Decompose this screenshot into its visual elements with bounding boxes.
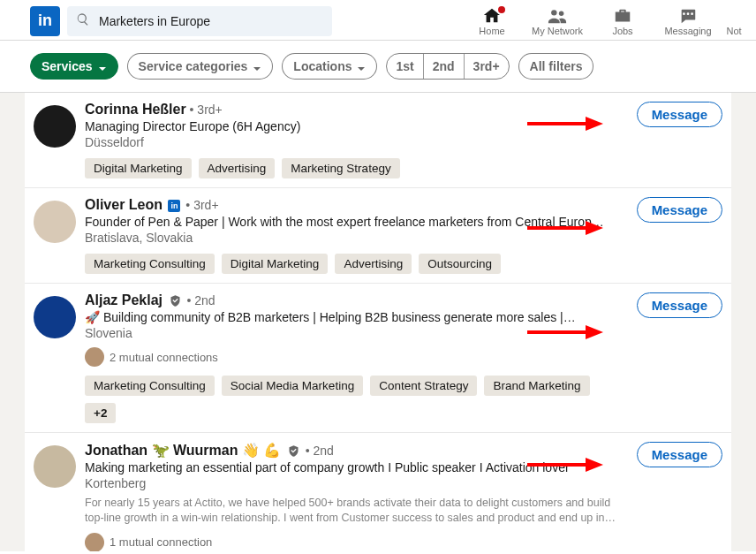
nav-home-label: Home [459, 26, 525, 36]
filter-degree-1st[interactable]: 1st [387, 54, 423, 79]
name-line[interactable]: Oliver Leon in • 3rd+ [85, 197, 625, 213]
service-chip[interactable]: +2 [85, 403, 116, 423]
service-chips: Marketing ConsultingDigital MarketingAdv… [85, 254, 625, 274]
svg-marker-3 [586, 117, 603, 131]
svg-marker-9 [586, 458, 603, 472]
service-chip[interactable]: Marketing Strategy [282, 158, 399, 178]
verified-shield-icon [169, 294, 182, 307]
filter-locations-label: Locations [293, 59, 352, 73]
service-chip[interactable]: Digital Marketing [222, 254, 329, 274]
service-chip[interactable]: Digital Marketing [85, 158, 192, 178]
nav-items: Home My Network Jobs Messaging Not [459, 6, 747, 36]
result-row: Aljaz Peklaj • 2nd🚀 Building community o… [25, 283, 731, 432]
service-chips: Digital MarketingAdvertisingMarketing St… [85, 158, 625, 178]
svg-point-0 [551, 10, 556, 15]
connection-degree: • 3rd+ [186, 102, 223, 117]
nav-network[interactable]: My Network [525, 6, 590, 36]
filter-all-label: All filters [530, 59, 583, 73]
filter-services[interactable]: Services [30, 53, 118, 80]
mutual-connections[interactable]: 2 mutual connections [85, 347, 625, 367]
avatar[interactable] [34, 201, 76, 243]
result-action: Message [625, 442, 722, 551]
message-button[interactable]: Message [637, 197, 722, 223]
filter-degree-3rd[interactable]: 3rd+ [465, 54, 509, 79]
name-emoji: 👋 💪 [238, 443, 285, 458]
chevron-down-icon [253, 62, 261, 71]
service-chips: Marketing ConsultingSocial Media Marketi… [85, 376, 625, 423]
svg-marker-5 [586, 221, 603, 235]
profile-name: Corinna Heßler [85, 102, 186, 117]
nav-messaging[interactable]: Messaging [655, 6, 721, 36]
mutual-avatar [85, 347, 104, 367]
result-row: Corinna Heßler • 3rd+Managing Director E… [25, 93, 731, 187]
profile-location: Kortenberg [85, 476, 625, 490]
mutual-text: 2 mutual connections [110, 351, 218, 364]
connection-degree: • 3rd+ [182, 198, 218, 212]
filter-services-label: Services [42, 59, 93, 73]
briefcase-icon [590, 6, 655, 26]
filter-locations[interactable]: Locations [282, 53, 377, 80]
profile-name: Oliver Leon [85, 197, 163, 212]
annotation-arrow [525, 113, 605, 134]
chat-icon [655, 6, 721, 26]
name-line[interactable]: Aljaz Peklaj • 2nd [85, 292, 625, 308]
linkedin-logo[interactable]: in [30, 6, 60, 36]
service-chip[interactable]: Marketing Consulting [85, 254, 215, 274]
profile-name: Jonathan 🦖 Wuurman [85, 443, 238, 458]
profile-name: Aljaz Peklaj [85, 292, 163, 307]
search-results: Corinna Heßler • 3rd+Managing Director E… [0, 93, 756, 551]
filter-categories[interactable]: Service categories [127, 53, 274, 80]
search-input[interactable] [97, 13, 323, 29]
nav-messaging-label: Messaging [655, 26, 721, 36]
service-chip[interactable]: Brand Marketing [484, 376, 589, 396]
nav-jobs-label: Jobs [590, 26, 655, 36]
result-action: Message [625, 102, 722, 178]
message-button[interactable]: Message [637, 442, 722, 467]
chevron-down-icon [357, 62, 366, 71]
service-chip[interactable]: Marketing Consulting [85, 376, 215, 396]
annotation-arrow [525, 454, 605, 475]
chevron-down-icon [98, 62, 107, 71]
results-card: Corinna Heßler • 3rd+Managing Director E… [25, 93, 731, 551]
message-button[interactable]: Message [637, 292, 722, 318]
avatar[interactable] [34, 445, 76, 488]
mutual-avatar [85, 533, 104, 551]
filter-categories-label: Service categories [139, 59, 248, 73]
profile-location: Düsseldorf [85, 135, 625, 149]
nav-jobs[interactable]: Jobs [590, 6, 655, 36]
avatar[interactable] [34, 105, 76, 148]
search-icon [76, 12, 90, 30]
service-chip[interactable]: Advertising [199, 158, 276, 178]
service-chip[interactable]: Content Strategy [370, 376, 477, 396]
avatar[interactable] [34, 296, 76, 338]
nav-notifications[interactable]: Not [721, 6, 747, 36]
svg-point-1 [559, 11, 564, 16]
notification-dot [496, 4, 507, 15]
search-box[interactable] [67, 6, 332, 36]
mutual-text: 1 mutual connection [110, 535, 212, 549]
mutual-connections[interactable]: 1 mutual connection [85, 533, 625, 551]
result-action: Message [625, 292, 722, 423]
svg-marker-7 [586, 325, 603, 339]
nav-network-label: My Network [525, 26, 590, 36]
filter-degree-2nd[interactable]: 2nd [424, 54, 465, 79]
message-button[interactable]: Message [637, 102, 722, 127]
connection-degree: • 2nd [184, 293, 215, 307]
result-body: Aljaz Peklaj • 2nd🚀 Building community o… [85, 292, 625, 423]
service-chip[interactable]: Advertising [335, 254, 412, 274]
result-row: Oliver Leon in • 3rd+Founder of Pen & Pa… [25, 187, 731, 283]
result-row: Jonathan 🦖 Wuurman 👋 💪 • 2ndMaking marke… [25, 432, 731, 551]
verified-shield-icon [287, 444, 300, 458]
linkedin-badge-icon: in [168, 200, 180, 212]
nav-home[interactable]: Home [459, 6, 525, 36]
connection-degree: • 2nd [302, 444, 334, 458]
people-icon [525, 6, 590, 26]
nav-notifications-label: Not [721, 26, 747, 36]
result-action: Message [625, 197, 722, 274]
linkedin-logo-text: in [38, 11, 52, 30]
service-chip[interactable]: Outsourcing [419, 254, 501, 274]
filter-connection-degree: 1st 2nd 3rd+ [386, 53, 509, 80]
annotation-arrow [525, 217, 605, 239]
filter-all[interactable]: All filters [518, 53, 594, 80]
service-chip[interactable]: Social Media Marketing [222, 376, 363, 396]
